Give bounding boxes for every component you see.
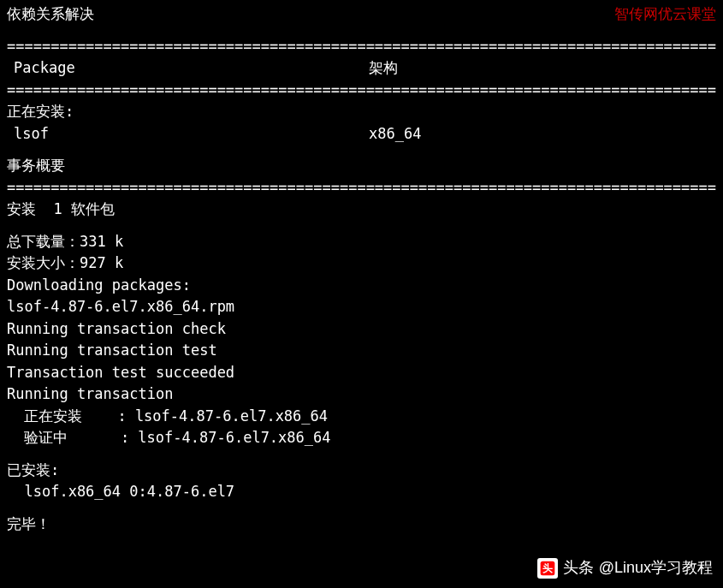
installed-package: lsof.x86_64 0:4.87-6.el7 <box>7 481 716 503</box>
rpm-filename: lsof-4.87-6.el7.x86_64.rpm <box>7 296 716 318</box>
package-name: lsof <box>14 123 369 146</box>
watermark-prefix: 头条 <box>563 556 594 579</box>
transaction-test: Running transaction test <box>7 340 716 362</box>
install-size: 安装大小：927 k <box>7 252 716 275</box>
column-header-arch: 架构 <box>369 57 716 80</box>
divider-line: ========================================… <box>7 80 716 102</box>
total-download-size: 总下载量：331 k <box>7 231 716 253</box>
svg-text:头: 头 <box>542 562 553 573</box>
divider-line: ========================================… <box>7 36 716 58</box>
install-count: 安装 1 软件包 <box>7 199 716 221</box>
installing-package-line: 正在安装 : lsof-4.87-6.el7.x86_64 <box>7 406 716 428</box>
toutiao-icon: 头 <box>537 558 558 579</box>
dependency-resolution-title: 依赖关系解决 <box>7 3 94 26</box>
package-row: lsof x86_64 <box>7 123 716 146</box>
package-arch: x86_64 <box>369 123 716 146</box>
verifying-package-line: 验证中 : lsof-4.87-6.el7.x86_64 <box>7 427 716 449</box>
running-transaction: Running transaction <box>7 383 716 406</box>
installed-label: 已安装: <box>7 460 716 482</box>
transaction-check: Running transaction check <box>7 318 716 341</box>
watermark-handle: @Linux学习教程 <box>599 556 713 579</box>
installing-section-label: 正在安装: <box>7 101 716 123</box>
terminal-header-row: 依赖关系解决 智传网优云课堂 <box>7 3 716 26</box>
complete-label: 完毕！ <box>7 514 716 536</box>
downloading-packages-label: Downloading packages: <box>7 275 716 297</box>
table-header-row: Package 架构 <box>7 57 716 80</box>
transaction-summary-title: 事务概要 <box>7 155 716 177</box>
column-header-package: Package <box>14 57 369 80</box>
transaction-succeeded: Transaction test succeeded <box>7 362 716 384</box>
divider-line: ========================================… <box>7 177 716 199</box>
watermark-top: 智传网优云课堂 <box>614 3 716 26</box>
watermark-bottom: 头 头条 @Linux学习教程 <box>537 556 713 579</box>
